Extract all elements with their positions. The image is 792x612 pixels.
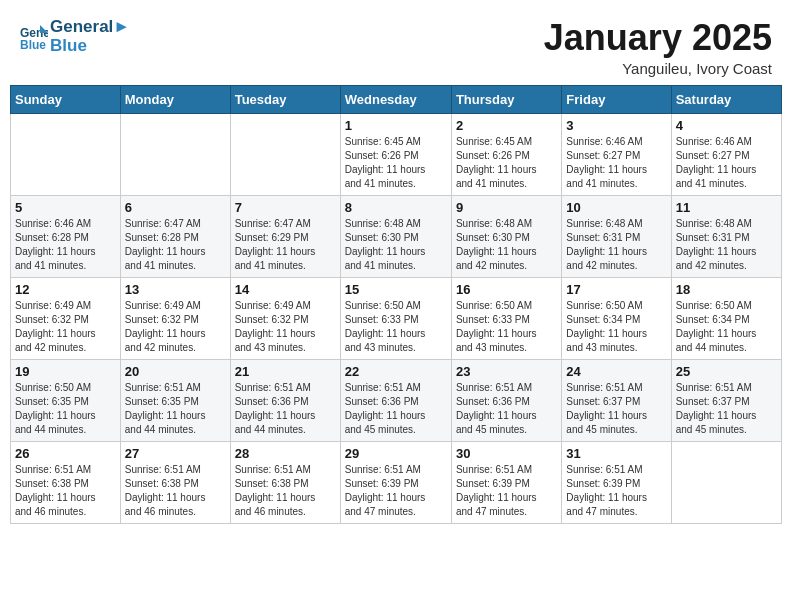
day-info: Sunrise: 6:51 AM Sunset: 6:36 PM Dayligh… [345,381,447,437]
calendar-cell: 8Sunrise: 6:48 AM Sunset: 6:30 PM Daylig… [340,195,451,277]
day-number: 4 [676,118,777,133]
day-info: Sunrise: 6:47 AM Sunset: 6:29 PM Dayligh… [235,217,336,273]
day-number: 26 [15,446,116,461]
day-number: 1 [345,118,447,133]
calendar-cell: 3Sunrise: 6:46 AM Sunset: 6:27 PM Daylig… [562,113,671,195]
day-info: Sunrise: 6:51 AM Sunset: 6:39 PM Dayligh… [345,463,447,519]
day-number: 29 [345,446,447,461]
calendar-cell: 5Sunrise: 6:46 AM Sunset: 6:28 PM Daylig… [11,195,121,277]
day-info: Sunrise: 6:50 AM Sunset: 6:35 PM Dayligh… [15,381,116,437]
day-number: 20 [125,364,226,379]
calendar-cell: 14Sunrise: 6:49 AM Sunset: 6:32 PM Dayli… [230,277,340,359]
month-title: January 2025 [544,18,772,58]
day-number: 10 [566,200,666,215]
calendar-cell: 1Sunrise: 6:45 AM Sunset: 6:26 PM Daylig… [340,113,451,195]
day-info: Sunrise: 6:51 AM Sunset: 6:37 PM Dayligh… [676,381,777,437]
day-number: 24 [566,364,666,379]
calendar-cell: 15Sunrise: 6:50 AM Sunset: 6:33 PM Dayli… [340,277,451,359]
calendar-cell: 7Sunrise: 6:47 AM Sunset: 6:29 PM Daylig… [230,195,340,277]
day-info: Sunrise: 6:49 AM Sunset: 6:32 PM Dayligh… [15,299,116,355]
day-info: Sunrise: 6:46 AM Sunset: 6:28 PM Dayligh… [15,217,116,273]
calendar-cell: 27Sunrise: 6:51 AM Sunset: 6:38 PM Dayli… [120,441,230,523]
day-number: 27 [125,446,226,461]
calendar-week-row: 26Sunrise: 6:51 AM Sunset: 6:38 PM Dayli… [11,441,782,523]
day-number: 13 [125,282,226,297]
day-info: Sunrise: 6:51 AM Sunset: 6:35 PM Dayligh… [125,381,226,437]
day-info: Sunrise: 6:51 AM Sunset: 6:36 PM Dayligh… [456,381,557,437]
day-number: 28 [235,446,336,461]
day-number: 3 [566,118,666,133]
day-number: 15 [345,282,447,297]
calendar-cell: 4Sunrise: 6:46 AM Sunset: 6:27 PM Daylig… [671,113,781,195]
calendar-cell: 19Sunrise: 6:50 AM Sunset: 6:35 PM Dayli… [11,359,121,441]
day-number: 31 [566,446,666,461]
logo-icon: General Blue [20,23,48,51]
day-info: Sunrise: 6:50 AM Sunset: 6:34 PM Dayligh… [676,299,777,355]
header: General Blue General► Blue January 2025 … [10,10,782,77]
day-number: 25 [676,364,777,379]
location-subtitle: Yanguileu, Ivory Coast [544,60,772,77]
header-friday: Friday [562,85,671,113]
calendar-cell: 30Sunrise: 6:51 AM Sunset: 6:39 PM Dayli… [451,441,561,523]
header-thursday: Thursday [451,85,561,113]
calendar-week-row: 5Sunrise: 6:46 AM Sunset: 6:28 PM Daylig… [11,195,782,277]
calendar: Sunday Monday Tuesday Wednesday Thursday… [10,85,782,524]
day-info: Sunrise: 6:50 AM Sunset: 6:33 PM Dayligh… [345,299,447,355]
header-wednesday: Wednesday [340,85,451,113]
svg-text:Blue: Blue [20,38,46,51]
day-number: 23 [456,364,557,379]
logo-line2: Blue [50,37,130,56]
calendar-week-row: 12Sunrise: 6:49 AM Sunset: 6:32 PM Dayli… [11,277,782,359]
day-info: Sunrise: 6:51 AM Sunset: 6:36 PM Dayligh… [235,381,336,437]
day-info: Sunrise: 6:51 AM Sunset: 6:39 PM Dayligh… [456,463,557,519]
day-info: Sunrise: 6:51 AM Sunset: 6:38 PM Dayligh… [235,463,336,519]
logo: General Blue General► Blue [20,18,130,55]
day-number: 22 [345,364,447,379]
day-info: Sunrise: 6:45 AM Sunset: 6:26 PM Dayligh… [345,135,447,191]
day-info: Sunrise: 6:50 AM Sunset: 6:33 PM Dayligh… [456,299,557,355]
calendar-cell: 26Sunrise: 6:51 AM Sunset: 6:38 PM Dayli… [11,441,121,523]
day-info: Sunrise: 6:51 AM Sunset: 6:39 PM Dayligh… [566,463,666,519]
day-info: Sunrise: 6:50 AM Sunset: 6:34 PM Dayligh… [566,299,666,355]
calendar-week-row: 19Sunrise: 6:50 AM Sunset: 6:35 PM Dayli… [11,359,782,441]
day-number: 21 [235,364,336,379]
day-number: 9 [456,200,557,215]
day-number: 6 [125,200,226,215]
day-info: Sunrise: 6:49 AM Sunset: 6:32 PM Dayligh… [235,299,336,355]
header-saturday: Saturday [671,85,781,113]
calendar-cell: 2Sunrise: 6:45 AM Sunset: 6:26 PM Daylig… [451,113,561,195]
day-info: Sunrise: 6:47 AM Sunset: 6:28 PM Dayligh… [125,217,226,273]
day-info: Sunrise: 6:48 AM Sunset: 6:30 PM Dayligh… [345,217,447,273]
day-info: Sunrise: 6:48 AM Sunset: 6:31 PM Dayligh… [566,217,666,273]
title-area: January 2025 Yanguileu, Ivory Coast [544,18,772,77]
day-number: 30 [456,446,557,461]
calendar-week-row: 1Sunrise: 6:45 AM Sunset: 6:26 PM Daylig… [11,113,782,195]
calendar-cell [120,113,230,195]
logo-line1: General► [50,18,130,37]
day-info: Sunrise: 6:51 AM Sunset: 6:38 PM Dayligh… [125,463,226,519]
day-number: 11 [676,200,777,215]
day-number: 14 [235,282,336,297]
calendar-cell [11,113,121,195]
calendar-cell: 18Sunrise: 6:50 AM Sunset: 6:34 PM Dayli… [671,277,781,359]
day-number: 12 [15,282,116,297]
header-monday: Monday [120,85,230,113]
header-sunday: Sunday [11,85,121,113]
calendar-header-row: Sunday Monday Tuesday Wednesday Thursday… [11,85,782,113]
calendar-cell: 17Sunrise: 6:50 AM Sunset: 6:34 PM Dayli… [562,277,671,359]
day-info: Sunrise: 6:46 AM Sunset: 6:27 PM Dayligh… [566,135,666,191]
day-info: Sunrise: 6:45 AM Sunset: 6:26 PM Dayligh… [456,135,557,191]
calendar-cell: 31Sunrise: 6:51 AM Sunset: 6:39 PM Dayli… [562,441,671,523]
day-number: 19 [15,364,116,379]
day-info: Sunrise: 6:51 AM Sunset: 6:38 PM Dayligh… [15,463,116,519]
calendar-cell: 29Sunrise: 6:51 AM Sunset: 6:39 PM Dayli… [340,441,451,523]
calendar-cell: 23Sunrise: 6:51 AM Sunset: 6:36 PM Dayli… [451,359,561,441]
day-info: Sunrise: 6:49 AM Sunset: 6:32 PM Dayligh… [125,299,226,355]
calendar-cell [671,441,781,523]
calendar-cell: 16Sunrise: 6:50 AM Sunset: 6:33 PM Dayli… [451,277,561,359]
calendar-cell: 13Sunrise: 6:49 AM Sunset: 6:32 PM Dayli… [120,277,230,359]
calendar-cell: 24Sunrise: 6:51 AM Sunset: 6:37 PM Dayli… [562,359,671,441]
header-tuesday: Tuesday [230,85,340,113]
calendar-cell: 12Sunrise: 6:49 AM Sunset: 6:32 PM Dayli… [11,277,121,359]
day-info: Sunrise: 6:48 AM Sunset: 6:31 PM Dayligh… [676,217,777,273]
